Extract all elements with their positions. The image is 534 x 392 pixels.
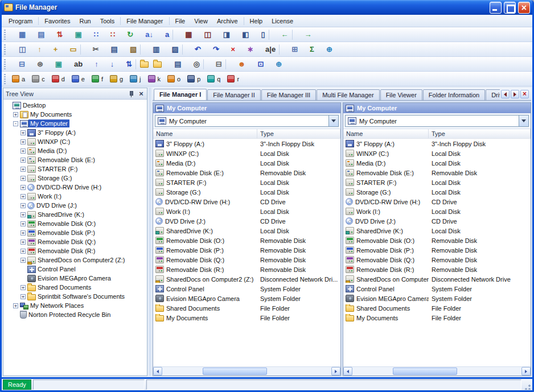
file-row[interactable]: Work (I:) Local Disk [153,207,340,216]
file-row[interactable]: Removable Disk (E:) Removable Disk [153,168,340,178]
tree-item[interactable]: + Shared Documents [3,283,147,292]
tree-item[interactable]: + Removable Disk (P:) [3,228,147,237]
tree-item[interactable]: + My Network Places [3,301,147,310]
tree-item[interactable]: + Media (D:) [3,146,147,155]
tree-item[interactable]: + Removable Disk (R:) [3,246,147,255]
resize-grip[interactable] [523,379,531,390]
letter-toolbar-button[interactable]: e [68,73,88,85]
file-row[interactable]: Removable Disk (O:) Removable Disk [153,236,340,245]
tree-expander[interactable]: + [20,185,26,190]
minimize-button[interactable] [490,2,502,14]
calculate-icon[interactable]: Σ [299,43,316,56]
scroll-right-button[interactable] [331,367,340,376]
internet-icon[interactable]: ⊕ [265,58,284,71]
file-row[interactable]: DVD Drive (J:) CD Drive [343,216,531,226]
letter-toolbar-button[interactable]: q [204,73,224,85]
monitor-icon[interactable]: ⊡ [247,58,265,71]
tree-expander[interactable]: + [20,285,26,290]
file-row[interactable]: Removable Disk (P:) Removable Disk [153,245,340,255]
tree-item[interactable]: + Storage (G:) [3,174,147,183]
file-row[interactable]: Removable Disk (P:) Removable Disk [343,245,531,255]
tree-expander[interactable]: + [20,203,26,208]
system-tools-icon[interactable]: ⊛ [27,58,45,71]
drive-selector-icon[interactable]: ◫ [9,43,27,56]
web-icon[interactable]: ⊕ [316,43,334,56]
up-one-level-icon[interactable]: ↑ [27,43,43,56]
menu-item[interactable]: View [190,16,212,26]
file-row[interactable]: DVD/CD-RW Drive (H:) CD Drive [343,197,531,207]
file-row[interactable]: 3" Floppy (A:) 3"-Inch Floppy Disk [153,139,340,148]
tree-expander[interactable]: + [20,167,26,172]
tree-expander[interactable]: + [20,249,26,254]
file-row[interactable]: Shared Documents File Folder [343,303,531,313]
tree-item[interactable]: + Removable Disk (Q:) [3,237,147,246]
copy-icon[interactable]: ▤ [101,43,120,56]
thumbnail-view-icon[interactable]: ▣ [65,28,84,41]
grid-view-icon[interactable]: ▦ [9,28,27,41]
location-combobox[interactable]: My Computer [155,115,339,127]
column-header-type[interactable]: Type [429,129,531,138]
file-row[interactable]: Control Panel System Folder [153,284,340,294]
open-folder-icon[interactable] [138,58,151,71]
letter-toolbar-button[interactable]: p [184,73,204,85]
file-row[interactable]: Removable Disk (Q:) Removable Disk [153,255,340,265]
tree-item[interactable]: + DVD Drive (J:) [3,201,147,210]
file-row[interactable]: Media (D:) Local Disk [343,158,531,168]
tree-item[interactable]: Desktop [3,101,147,110]
tree-expander[interactable]: + [20,148,26,154]
tab[interactable]: File Manager III [261,89,316,100]
copy-to-folder-icon[interactable]: ▥ [142,43,161,56]
tree-expander[interactable]: + [20,240,26,245]
file-row[interactable]: Storage (G:) Local Disk [343,187,531,197]
tab[interactable]: File Viewer [380,89,422,100]
tree-item[interactable]: + SharedDrive (K:) [3,210,147,219]
tab-close-button[interactable] [520,90,529,98]
file-row[interactable]: My Documents File Folder [153,313,340,323]
rename-icon[interactable]: a|e [255,43,277,56]
tree-item[interactable]: - My Computer [3,119,147,128]
file-row[interactable]: Storage (G:) Local Disk [153,187,340,197]
tree-expander[interactable]: + [20,230,26,236]
table-view-icon[interactable]: ▦ [175,28,194,41]
tree-expander[interactable]: + [13,303,18,308]
redo-icon[interactable]: ↷ [203,43,221,56]
tree-item[interactable]: + 3" Floppy (A:) [3,128,147,137]
tree-item[interactable]: + WINXP (C:) [3,137,147,146]
file-row[interactable]: Removable Disk (O:) Removable Disk [343,236,531,245]
close-button[interactable] [518,2,530,14]
small-icons-red-icon[interactable]: ∷ [100,28,117,41]
refresh-icon[interactable]: ↻ [117,28,135,41]
combobox-dropdown-button[interactable] [519,115,528,126]
file-row[interactable]: Removable Disk (R:) Removable Disk [343,265,531,274]
menu-item[interactable]: Tools [96,16,120,26]
tab[interactable]: File Manager I [154,89,207,100]
tree-expander[interactable]: + [20,258,26,263]
tree-item[interactable]: + STARTER (F:) [3,164,147,174]
tree-item[interactable]: + DVD/CD-RW Drive (H:) [3,183,147,192]
tree-item[interactable]: + My Documents [3,110,147,119]
file-row[interactable]: Control Panel System Folder [343,284,531,294]
menu-item[interactable]: Help [245,16,268,26]
tree-expander[interactable]: + [20,221,26,226]
tree-item[interactable]: + Removable Disk (E:) [3,155,147,164]
tree-item[interactable]: + Removable Disk (O:) [3,219,147,228]
tree-item[interactable]: Control Panel [3,265,147,274]
letter-toolbar-button[interactable]: k [145,73,165,85]
combobox-dropdown-button[interactable] [328,115,338,126]
letter-toolbar-button[interactable]: j [126,73,144,85]
horizontal-scrollbar[interactable] [153,366,340,376]
forward-icon[interactable]: → [294,28,314,41]
tree-expander[interactable]: + [20,212,26,217]
menu-item[interactable]: Archive [212,16,243,26]
letter-toolbar-button[interactable]: d [48,73,68,85]
menu-item[interactable]: Program [4,16,37,26]
tree-expander[interactable]: + [20,130,26,135]
new-folder-icon[interactable]: + [43,43,60,56]
tree-expander[interactable]: + [20,194,26,199]
file-row[interactable]: Work (I:) Local Disk [343,207,531,216]
column-header-type[interactable]: Type [257,129,340,138]
column-header-name[interactable]: Name [343,129,429,138]
location-combobox[interactable]: My Computer [345,115,529,127]
letter-toolbar-button[interactable]: o [164,73,184,85]
file-row[interactable]: SharedDrive (K:) Local Disk [343,226,531,236]
